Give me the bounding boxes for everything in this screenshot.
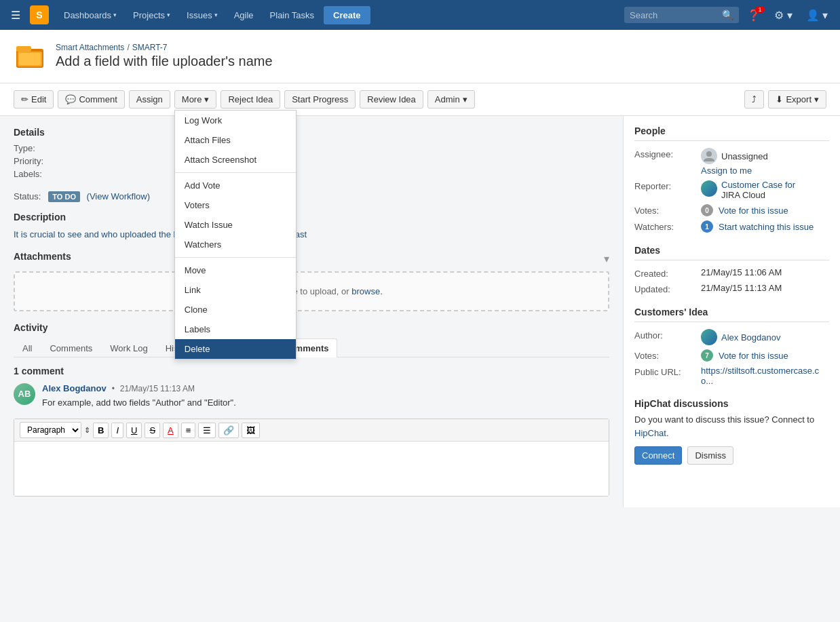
attachments-collapse[interactable]: ▾	[604, 252, 609, 265]
review-idea-button[interactable]: Review Idea	[360, 90, 423, 109]
menu-log-work[interactable]: Log Work	[175, 111, 296, 130]
unordered-list-button[interactable]: ☰	[198, 423, 216, 438]
user-icon-btn[interactable]: 👤 ▾	[801, 6, 833, 24]
avatar-initials: AB	[18, 389, 31, 399]
issues-menu[interactable]: Issues ▾	[180, 6, 225, 24]
menu-move[interactable]: Move	[175, 260, 296, 280]
labels-row: Labels:	[14, 169, 609, 179]
customers-idea-section: Customers' Idea Author: Alex Bogdanov Vo…	[634, 307, 829, 386]
idea-author-row: Author: Alex Bogdanov	[634, 329, 829, 345]
assign-to-me-link[interactable]: Assign to me	[701, 166, 768, 176]
dashboards-menu[interactable]: Dashboards ▾	[57, 6, 123, 24]
link-button[interactable]: 🔗	[218, 423, 239, 438]
strikethrough-button[interactable]: S	[145, 423, 160, 438]
edit-button[interactable]: ✏ Edit	[14, 90, 54, 109]
brand-logo[interactable]: S	[30, 5, 49, 24]
status-field: Status: TO DO (View Workflow)	[14, 191, 150, 202]
watchers-count-badge: 1	[701, 220, 713, 233]
tab-work-log[interactable]: Work Log	[101, 338, 156, 357]
paragraph-arrow: ⇕	[84, 426, 90, 435]
edit-icon: ✏	[21, 94, 28, 104]
dates-section: Dates Created: 21/May/15 11:06 AM Update…	[634, 245, 829, 294]
idea-votes-badge: 7	[701, 349, 713, 362]
user-caret: ▾	[822, 9, 828, 21]
underline-button[interactable]: U	[126, 423, 142, 438]
breadcrumb-project-link[interactable]: Smart Attachments	[56, 43, 124, 52]
menu-labels[interactable]: Labels	[175, 319, 296, 339]
dropzone[interactable]: Drop files here to upload, or browse.	[14, 271, 609, 311]
reject-idea-button[interactable]: Reject Idea	[221, 90, 280, 109]
idea-url-row: Public URL: https://stiltsoft.customerca…	[634, 366, 829, 386]
updated-value: 21/May/15 11:13 AM	[701, 283, 829, 293]
votes-label: Votes:	[634, 204, 695, 216]
admin-caret: ▾	[463, 94, 467, 104]
hipchat-buttons: Connect Dismiss	[634, 446, 829, 465]
menu-link[interactable]: Link	[175, 280, 296, 300]
comment-count: 1 comment	[14, 366, 609, 376]
help-icon-btn[interactable]: ❓ 1	[742, 6, 766, 24]
settings-icon-btn[interactable]: ⚙ ▾	[769, 6, 797, 24]
menu-attach-screenshot[interactable]: Attach Screenshot	[175, 150, 296, 170]
comment-author[interactable]: Alex Bogdanov	[42, 383, 107, 393]
share-icon: ⤴	[752, 94, 757, 104]
projects-caret: ▾	[167, 12, 170, 18]
browse-link[interactable]: browse.	[351, 286, 383, 296]
plain-tasks-link[interactable]: Plain Tasks	[263, 6, 322, 24]
more-caret: ▾	[204, 94, 209, 104]
hipchat-dismiss-button[interactable]: Dismiss	[687, 446, 733, 465]
comment-text: For example, add two fields "Author" and…	[42, 396, 236, 410]
comment-button[interactable]: 💬 Comment	[58, 90, 124, 109]
page-title: Add a field with file uploader's name	[56, 54, 273, 69]
breadcrumb: Smart Attachments / SMART-7	[56, 43, 273, 52]
assign-button[interactable]: Assign	[129, 90, 170, 109]
watchers-label: Watchers:	[634, 220, 695, 232]
menu-attach-files[interactable]: Attach Files	[175, 130, 296, 150]
priority-label: Priority:	[14, 156, 61, 166]
reporter-value[interactable]: Customer Case for	[721, 180, 795, 190]
ordered-list-button[interactable]: ≡	[181, 423, 196, 438]
idea-url-value[interactable]: https://stiltsoft.customercase.co...	[701, 366, 829, 386]
image-button[interactable]: 🖼	[242, 423, 260, 438]
editor-body[interactable]	[14, 442, 609, 496]
menu-voters[interactable]: Voters	[175, 195, 296, 215]
vote-link[interactable]: Vote for this issue	[719, 206, 788, 216]
share-button[interactable]: ⤴	[744, 90, 764, 109]
menu-delete[interactable]: Delete	[175, 339, 296, 359]
tab-comments[interactable]: Comments	[41, 338, 101, 357]
tab-bar: All Comments Work Log History Activity I…	[14, 338, 609, 357]
admin-button[interactable]: Admin ▾	[427, 90, 475, 109]
idea-author-avatar	[701, 329, 717, 345]
paragraph-select[interactable]: Paragraph	[20, 422, 81, 438]
hipchat-link[interactable]: HipChat	[634, 428, 666, 438]
menu-watchers[interactable]: Watchers	[175, 235, 296, 254]
menu-watch-issue[interactable]: Watch Issue	[175, 215, 296, 235]
export-button[interactable]: ⬇ Export ▾	[768, 90, 826, 109]
people-section: People Assignee: Unassigned Assign to me	[634, 125, 829, 233]
start-progress-button[interactable]: Start Progress	[284, 90, 356, 109]
idea-author-value[interactable]: Alex Bogdanov	[721, 332, 780, 343]
menu-add-vote[interactable]: Add Vote	[175, 176, 296, 195]
watch-link[interactable]: Start watching this issue	[719, 222, 814, 232]
more-button[interactable]: More ▾	[174, 90, 217, 109]
breadcrumb-issue-link[interactable]: SMART-7	[132, 43, 168, 52]
export-icon: ⬇	[776, 94, 783, 104]
idea-vote-link[interactable]: Vote for this issue	[719, 351, 788, 361]
create-button[interactable]: Create	[324, 6, 370, 24]
projects-menu[interactable]: Projects ▾	[126, 6, 177, 24]
italic-button[interactable]: I	[111, 423, 123, 438]
details-section: Details Type: Priority: Labels:	[14, 127, 609, 179]
search-box: 🔍	[624, 7, 739, 23]
notification-badge: 1	[755, 6, 765, 13]
hamburger-icon[interactable]: ☰	[7, 5, 24, 26]
tab-all[interactable]: All	[14, 338, 41, 357]
search-input[interactable]	[630, 10, 718, 20]
comment-content: Alex Bogdanov • 21/May/15 11:13 AM For e…	[42, 383, 236, 410]
menu-clone[interactable]: Clone	[175, 300, 296, 319]
bold-button[interactable]: B	[93, 423, 109, 438]
svg-rect-3	[19, 53, 41, 65]
view-workflow-link[interactable]: (View Workflow)	[87, 191, 150, 201]
hipchat-connect-button[interactable]: Connect	[634, 446, 682, 465]
text-color-button[interactable]: A	[163, 423, 178, 438]
description-text: It is crucial to see and who uploaded th…	[14, 228, 609, 241]
agile-link[interactable]: Agile	[227, 6, 261, 24]
